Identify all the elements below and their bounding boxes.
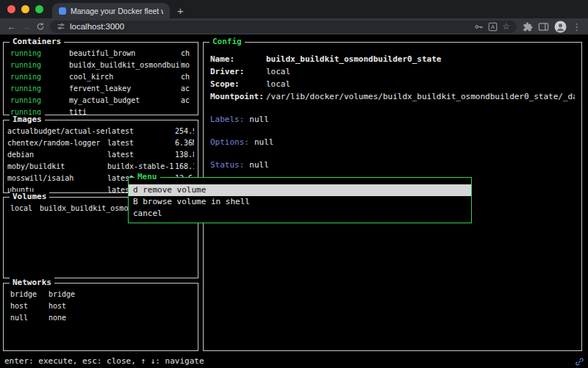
networks-panel: Networks bridgebridgehosthostnullnone: [3, 283, 198, 351]
config-value: null: [249, 159, 575, 171]
tab-strip: Manage your Docker fleet w +: [0, 0, 588, 18]
container-name: buildx_buildkit_osmondbuilder0: [69, 59, 181, 71]
image-size: 168.13: [175, 161, 194, 173]
images-panel-title: Images: [10, 115, 45, 125]
network-name: bridge: [7, 289, 49, 300]
tab-favicon-icon: [59, 7, 66, 15]
close-window-button[interactable]: [7, 5, 15, 13]
config-field-row: Driver:local: [210, 65, 575, 78]
config-key: Scope:: [210, 78, 266, 90]
config-key: Status:: [210, 159, 244, 171]
container-state: running: [7, 48, 69, 59]
profile-avatar[interactable]: [554, 21, 567, 33]
menu-title: Menu: [135, 172, 160, 182]
container-row[interactable]: runningbuildx_buildkit_osmondbuilder0mo: [7, 59, 194, 71]
config-panel-title: Config: [209, 37, 245, 47]
config-value: buildx_buildkit_osmondbuilder0_state: [266, 53, 575, 65]
connection-link-icon[interactable]: [575, 357, 584, 367]
image-name: debian: [7, 149, 107, 161]
action-menu-popup: Menu d remove volumeB browse volume in s…: [128, 177, 472, 223]
config-field-row: Name:buildx_buildkit_osmondbuilder0_stat…: [210, 53, 575, 65]
network-name: null: [7, 312, 49, 324]
extensions-puzzle-icon[interactable]: [522, 21, 533, 32]
container-row[interactable]: runningcool_kirchch: [7, 71, 194, 83]
network-driver: bridge: [49, 289, 194, 300]
container-name: my_actual_budget: [69, 95, 181, 107]
networks-panel-title: Networks: [10, 278, 54, 288]
container-image: mo: [181, 59, 194, 71]
translate-icon[interactable]: A: [488, 22, 498, 32]
image-row[interactable]: chentex/random-loggerlatest6.36MB: [7, 137, 194, 149]
container-row[interactable]: runningmy_actual_budgetac: [7, 95, 194, 107]
container-image: ch: [181, 48, 194, 59]
config-key: Labels:: [210, 113, 244, 126]
image-tag: latest: [107, 149, 175, 161]
container-state: running: [7, 71, 69, 83]
image-name: actualbudget/actual-server: [7, 126, 107, 137]
network-driver: none: [49, 312, 194, 324]
minimize-window-button[interactable]: [21, 5, 29, 13]
url-text[interactable]: localhost:3000: [70, 22, 124, 31]
image-name: moby/buildkit: [7, 161, 107, 173]
container-state: running: [7, 95, 69, 107]
bookmark-star-icon[interactable]: ☆: [502, 22, 510, 31]
config-key: Mountpoint:: [210, 90, 266, 103]
image-row[interactable]: debianlatest138.84: [7, 149, 194, 161]
config-key: Driver:: [210, 65, 266, 78]
container-image: ac: [181, 95, 194, 107]
container-name: titi: [69, 107, 181, 115]
status-bar-hints: enter: execute, esc: close, ↑ ↓: navigat…: [4, 356, 204, 366]
back-icon[interactable]: ←: [7, 22, 16, 32]
container-image: ch: [181, 71, 194, 83]
container-row[interactable]: runningbeautiful_brownch: [7, 48, 194, 59]
site-settings-icon[interactable]: [57, 22, 65, 31]
new-tab-button[interactable]: +: [177, 5, 184, 16]
config-value: null: [249, 113, 575, 126]
config-field-row: Scope:local: [210, 78, 575, 90]
config-field-row: Mountpoint:/var/lib/docker/volumes/build…: [210, 90, 575, 103]
config-key: Options:: [210, 136, 249, 148]
config-key: Name:: [210, 53, 266, 65]
network-row[interactable]: hosthost: [7, 300, 194, 312]
container-image: ac: [181, 83, 194, 95]
config-field-row: Options:null: [210, 136, 575, 148]
browser-tab[interactable]: Manage your Docker fleet w: [52, 3, 170, 18]
config-field-row: Status:null: [210, 159, 575, 171]
image-row[interactable]: actualbudget/actual-serverlatest254.98: [7, 126, 194, 137]
side-panel-icon[interactable]: [538, 21, 549, 32]
network-row[interactable]: bridgebridge: [7, 289, 194, 300]
volume-driver: local: [7, 203, 40, 214]
container-row[interactable]: runningtiti: [7, 107, 194, 115]
svg-text:A: A: [491, 24, 495, 30]
containers-panel: Containers runningbeautiful_brownchrunni…: [3, 42, 198, 115]
container-image: [181, 107, 194, 115]
menu-item[interactable]: d remove volume: [129, 184, 471, 196]
browser-menu-icon[interactable]: ⋮: [572, 22, 581, 32]
config-value: local: [266, 65, 575, 78]
container-name: fervent_leakey: [69, 83, 181, 95]
container-state: running: [7, 59, 69, 71]
forward-icon[interactable]: →: [21, 22, 31, 32]
menu-item[interactable]: cancel: [129, 208, 471, 220]
window-controls: [7, 0, 52, 18]
browser-chrome: Manage your Docker fleet w + ← → localho…: [0, 0, 588, 35]
image-row[interactable]: moby/buildkitbuildx-stable-1168.13: [7, 161, 194, 173]
container-state: running: [7, 107, 69, 115]
terminal-screen: Containers runningbeautiful_brownchrunni…: [0, 35, 588, 368]
zoom-window-button[interactable]: [35, 5, 43, 13]
network-row[interactable]: nullnone: [7, 312, 194, 324]
image-name: mosswill/isaiah: [7, 173, 107, 184]
reload-icon[interactable]: [36, 22, 45, 31]
config-value: local: [266, 78, 575, 90]
network-driver: host: [49, 300, 194, 312]
password-manager-icon[interactable]: [474, 22, 484, 32]
container-row[interactable]: runningfervent_leakeyac: [7, 83, 194, 95]
image-tag: latest: [107, 137, 175, 149]
containers-panel-title: Containers: [10, 37, 64, 47]
address-bar[interactable]: localhost:3000 A ☆: [50, 21, 517, 33]
config-field-row: Labels:null: [210, 113, 575, 126]
volumes-panel-title: Volumes: [10, 192, 49, 202]
menu-item[interactable]: B browse volume in shell: [129, 196, 471, 208]
config-value: /var/lib/docker/volumes/buildx_buildkit_…: [266, 90, 575, 103]
containers-list: runningbeautiful_brownchrunningbuildx_bu…: [4, 43, 198, 115]
